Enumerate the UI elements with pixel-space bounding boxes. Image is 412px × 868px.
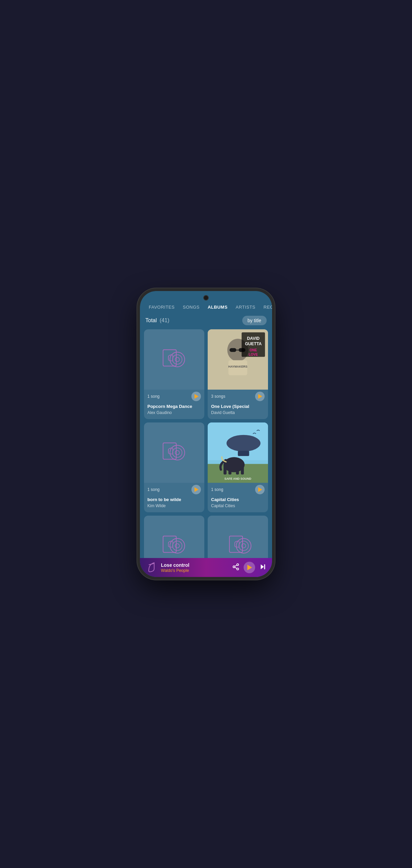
album-info: Popcorn Mega Dance Alex Gaudino	[144, 402, 204, 419]
svg-point-37	[172, 541, 182, 551]
tab-favorites[interactable]: FAVORITES	[145, 302, 178, 312]
svg-point-40	[236, 538, 251, 553]
play-icon	[258, 394, 262, 399]
album-art	[144, 329, 204, 390]
svg-rect-33	[241, 463, 244, 474]
svg-rect-32	[236, 464, 239, 474]
play-icon	[258, 487, 262, 492]
svg-text:SAFE AND SOUND: SAFE AND SOUND	[224, 477, 251, 480]
svg-point-1	[170, 352, 185, 367]
album-art: SAFE AND SOUND	[208, 422, 268, 483]
album-card[interactable]: HAYMAKERS DAVID GUETTA ONE LOVE 3 songs	[208, 329, 268, 419]
play-button[interactable]	[255, 485, 265, 494]
svg-rect-28	[238, 451, 249, 456]
song-count: 1 song	[147, 487, 160, 492]
header-row: Total (41) by title	[144, 312, 268, 329]
svg-text:ONE: ONE	[250, 348, 257, 352]
song-count-row: 1 song	[144, 390, 204, 402]
phone-screen: FAVORITES SONGS ALBUMS ARTISTS RECEN... …	[140, 291, 272, 577]
now-playing-icon	[145, 561, 158, 574]
album-placeholder	[144, 516, 204, 558]
share-button[interactable]	[232, 563, 240, 572]
svg-text:GUETTA: GUETTA	[245, 342, 262, 346]
album-info: born to be wilde Kim Wilde	[144, 496, 204, 512]
sort-button[interactable]: by title	[242, 316, 267, 325]
camera-dot	[203, 295, 209, 301]
song-count: 3 songs	[211, 394, 225, 399]
svg-point-45	[237, 568, 239, 570]
svg-line-46	[235, 567, 237, 569]
nav-tabs: FAVORITES SONGS ALBUMS ARTISTS RECEN...	[140, 302, 272, 312]
svg-point-20	[172, 448, 182, 457]
album-art	[144, 422, 204, 483]
album-artist: Alex Gaudino	[147, 410, 201, 415]
svg-point-44	[233, 566, 235, 568]
album-artist: David Guetta	[211, 410, 265, 415]
np-play-button[interactable]	[244, 562, 255, 573]
svg-point-36	[170, 538, 185, 553]
albums-grid: 1 song Popcorn Mega Dance Alex Gaudino	[144, 329, 268, 558]
svg-point-19	[170, 445, 185, 460]
svg-point-43	[237, 563, 239, 565]
album-placeholder	[144, 422, 204, 483]
total-text: Total	[145, 317, 157, 323]
album-artist: Capital Cities	[211, 503, 265, 508]
play-icon	[194, 487, 199, 492]
song-count-row: 1 song	[144, 483, 204, 496]
svg-text:LOVE: LOVE	[249, 353, 258, 356]
camera-area	[140, 291, 272, 302]
album-title: Popcorn Mega Dance	[147, 404, 201, 410]
svg-text:HAYMAKERS: HAYMAKERS	[228, 365, 247, 368]
tab-songs[interactable]: SONGS	[180, 302, 203, 312]
svg-line-47	[235, 565, 237, 566]
now-playing-info: Lose control Waldo's People	[161, 562, 229, 573]
phone-frame: FAVORITES SONGS ALBUMS ARTISTS RECEN... …	[140, 291, 272, 577]
album-card[interactable]: 1 song Dance Hits 2008	[208, 516, 268, 558]
album-card[interactable]: 1 song born to be wilde Kim Wilde	[144, 422, 204, 512]
svg-point-41	[239, 541, 248, 551]
total-label: Total (41)	[145, 317, 169, 324]
dg-art-image: HAYMAKERS DAVID GUETTA ONE LOVE	[208, 329, 268, 390]
album-placeholder	[144, 329, 204, 390]
play-button[interactable]	[255, 392, 265, 401]
tab-albums[interactable]: ALBUMS	[204, 302, 231, 312]
album-info: Capital Cities Capital Cities	[208, 496, 268, 512]
song-count-row: 3 songs	[208, 390, 268, 402]
now-playing-bar: Lose control Waldo's People	[140, 558, 272, 577]
svg-rect-30	[224, 463, 227, 474]
song-count: 1 song	[211, 487, 223, 492]
svg-marker-48	[261, 564, 264, 569]
svg-rect-35	[163, 536, 176, 552]
song-count: 1 song	[147, 394, 160, 399]
now-playing-title: Lose control	[161, 562, 229, 568]
album-card[interactable]: SAFE AND SOUND 1 song	[208, 422, 268, 512]
tab-artists[interactable]: ARTISTS	[232, 302, 259, 312]
album-card[interactable]: 1 song ROOTS	[144, 516, 204, 558]
content-area: Total (41) by title	[140, 312, 272, 558]
cc-art-image: SAFE AND SOUND	[208, 422, 268, 483]
album-info: One Love (Special David Guetta	[208, 402, 268, 419]
skip-forward-button[interactable]	[259, 563, 267, 572]
song-count-row: 1 song	[208, 483, 268, 496]
album-art	[144, 516, 204, 558]
svg-rect-0	[163, 350, 176, 366]
svg-rect-18	[163, 443, 176, 459]
album-placeholder	[208, 516, 268, 558]
svg-rect-31	[228, 464, 231, 474]
play-button[interactable]	[191, 485, 201, 494]
svg-point-27	[227, 435, 261, 452]
svg-rect-39	[229, 536, 243, 552]
now-playing-artist: Waldo's People	[161, 568, 229, 573]
play-icon	[194, 394, 199, 399]
svg-point-21	[175, 451, 179, 455]
tab-recent[interactable]: RECEN...	[260, 302, 272, 312]
svg-text:DAVID: DAVID	[247, 336, 260, 341]
album-title: born to be wilde	[147, 497, 201, 503]
album-title: Capital Cities	[211, 497, 265, 503]
album-card[interactable]: 1 song Popcorn Mega Dance Alex Gaudino	[144, 329, 204, 419]
album-art	[208, 516, 268, 558]
svg-point-3	[175, 357, 179, 361]
svg-point-38	[175, 544, 179, 548]
album-artist: Kim Wilde	[147, 503, 201, 508]
play-button[interactable]	[191, 392, 201, 401]
